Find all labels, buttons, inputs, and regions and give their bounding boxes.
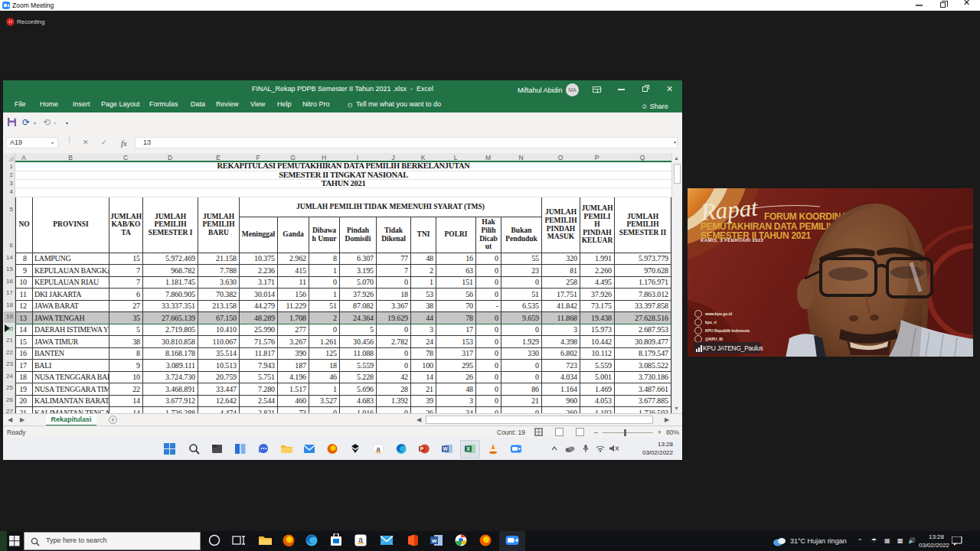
svg-text:P: P <box>420 446 424 452</box>
svg-text:a: a <box>376 445 380 453</box>
svg-text:w: w <box>431 537 437 544</box>
svg-text:X: X <box>466 446 470 452</box>
svg-text:W: W <box>443 446 448 452</box>
svg-text:a: a <box>358 536 363 544</box>
